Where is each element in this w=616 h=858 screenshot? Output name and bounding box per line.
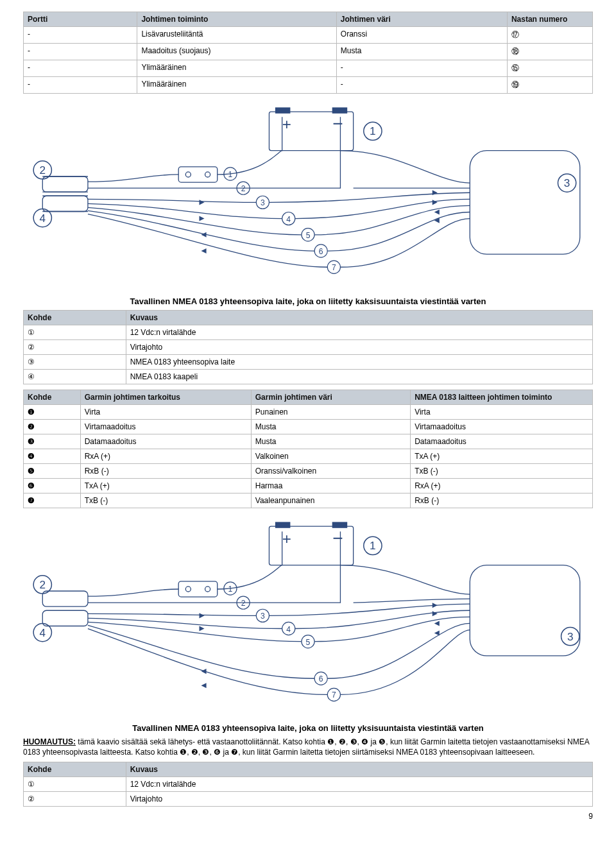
svg-marker-38: [432, 190, 438, 195]
page-number: 9: [23, 812, 593, 821]
svg-text:1: 1: [370, 539, 376, 552]
svg-rect-58: [178, 581, 218, 596]
huomautus-text: tämä kaavio sisältää sekä lähetys- että …: [23, 737, 589, 757]
table-row: ❸DatamaadoitusMustaDatamaadoitus: [24, 434, 593, 449]
svg-marker-22: [201, 232, 207, 237]
svg-text:1: 1: [370, 124, 376, 137]
col-header: Johtimen toiminto: [137, 12, 336, 27]
svg-text:7: 7: [332, 691, 336, 699]
svg-text:4: 4: [286, 624, 291, 633]
svg-text:7: 7: [332, 263, 336, 272]
table-row: ③NMEA 0183 yhteensopiva laite: [24, 354, 593, 369]
col-header: Kuvaus: [126, 310, 592, 325]
wire-color-table: Kohde Garmin johtimen tarkoitus Garmin j…: [23, 390, 593, 508]
svg-text:5: 5: [306, 637, 311, 646]
pin-table: Portti Johtimen toiminto Johtimen väri N…: [23, 12, 593, 94]
diagram-caption-1: Tavallinen NMEA 0183 yhteensopiva laite,…: [23, 296, 593, 306]
svg-marker-73: [201, 669, 207, 674]
table-row: ①12 Vdc:n virtalähde: [24, 325, 593, 339]
svg-marker-23: [201, 248, 207, 253]
svg-rect-1: [276, 108, 290, 113]
svg-point-19: [205, 172, 210, 177]
svg-point-18: [185, 172, 191, 177]
col-header: NMEA 0183 laitteen johtimen toiminto: [411, 390, 593, 404]
svg-marker-61: [199, 613, 204, 618]
svg-marker-40: [434, 209, 440, 214]
wiring-diagram-1: + − 1 2 4 1 2 3 4 5 6 7: [23, 105, 593, 287]
kohde-kuvaus-table-1: Kohde Kuvaus ①12 Vdc:n virtalähde ②Virta…: [23, 310, 593, 384]
table-row: ②Virtajohto: [24, 791, 593, 806]
table-row: - Ylimääräinen - ⑲: [24, 77, 593, 94]
table-row: ❹RxA (+)ValkoinenTxA (+): [24, 449, 593, 463]
table-row: ①12 Vdc:n virtalähde: [24, 776, 593, 791]
svg-text:−: −: [332, 528, 343, 548]
table-row: ❼TxB (-)VaaleanpunainenRxB (-): [24, 493, 593, 508]
col-header: Portti: [24, 12, 137, 27]
svg-text:3: 3: [261, 198, 265, 207]
table-row: ❺RxB (-)Oranssi/valkoinenTxB (-): [24, 463, 593, 478]
svg-text:2: 2: [40, 578, 46, 590]
svg-text:6: 6: [319, 674, 323, 683]
table-row: - Ylimääräinen - ⑮: [24, 60, 593, 77]
huomautus-label: HUOMAUTUS:: [23, 737, 76, 746]
table-row: ❷VirtamaadoitusMustaVirtamaadoitus: [24, 419, 593, 434]
svg-text:+: +: [282, 530, 291, 547]
svg-text:−: −: [332, 113, 343, 133]
svg-rect-17: [178, 167, 218, 182]
svg-text:3: 3: [567, 630, 574, 642]
svg-rect-2: [332, 108, 346, 113]
col-header: Garmin johtimen tarkoitus: [80, 390, 251, 404]
svg-marker-21: [199, 216, 204, 221]
col-header: Johtimen väri: [336, 12, 507, 27]
svg-text:4: 4: [40, 212, 46, 225]
kohde-kuvaus-table-2: Kohde Kuvaus ①12 Vdc:n virtalähde ②Virta…: [23, 762, 593, 807]
col-header: Kohde: [24, 762, 126, 776]
svg-text:5: 5: [306, 231, 311, 240]
svg-rect-52: [42, 591, 88, 606]
svg-point-59: [185, 586, 191, 591]
svg-marker-74: [201, 683, 207, 688]
table-row: - Maadoitus (suojaus) Musta ⑱: [24, 44, 593, 60]
svg-text:6: 6: [319, 247, 323, 256]
svg-marker-20: [199, 200, 204, 205]
col-header: Nastan numero: [507, 12, 592, 27]
svg-marker-81: [434, 621, 440, 626]
svg-text:2: 2: [40, 164, 46, 176]
svg-marker-80: [432, 611, 438, 616]
svg-rect-46: [276, 522, 290, 528]
svg-text:4: 4: [286, 215, 291, 224]
svg-text:3: 3: [261, 612, 265, 621]
col-header: Kohde: [24, 390, 81, 404]
table-row: ④NMEA 0183 kaapeli: [24, 369, 593, 384]
svg-rect-8: [42, 196, 88, 211]
svg-rect-47: [332, 522, 346, 528]
svg-rect-53: [42, 610, 88, 626]
col-header: Kohde: [24, 310, 126, 325]
svg-text:1: 1: [228, 585, 233, 594]
svg-marker-79: [432, 603, 438, 608]
table-row: - Lisävarusteliitäntä Oranssi ⑰: [24, 27, 593, 44]
wiring-diagram-2: + − 1 2 4 1 2 3 4 5 6 7: [23, 520, 593, 714]
col-header: Kuvaus: [126, 762, 592, 776]
table-row: ❶VirtaPunainenVirta: [24, 404, 593, 419]
svg-text:2: 2: [241, 184, 246, 193]
svg-text:1: 1: [228, 170, 233, 179]
svg-marker-82: [434, 630, 440, 635]
svg-rect-42: [470, 151, 580, 254]
svg-text:3: 3: [564, 176, 570, 189]
svg-marker-39: [432, 200, 438, 205]
table-row: ②Virtajohto: [24, 339, 593, 354]
svg-point-60: [205, 586, 210, 591]
svg-text:2: 2: [241, 599, 246, 608]
huomautus-paragraph: HUOMAUTUS: tämä kaavio sisältää sekä läh…: [23, 737, 593, 757]
svg-rect-7: [42, 176, 88, 192]
table-row: ❻TxA (+)HarmaaRxA (+): [24, 478, 593, 493]
svg-text:+: +: [282, 116, 291, 133]
diagram-caption-2: Tavallinen NMEA 0183 yhteensopiva laite,…: [23, 723, 593, 733]
svg-text:4: 4: [40, 626, 46, 639]
svg-marker-62: [199, 626, 204, 631]
col-header: Garmin johtimen väri: [251, 390, 410, 404]
